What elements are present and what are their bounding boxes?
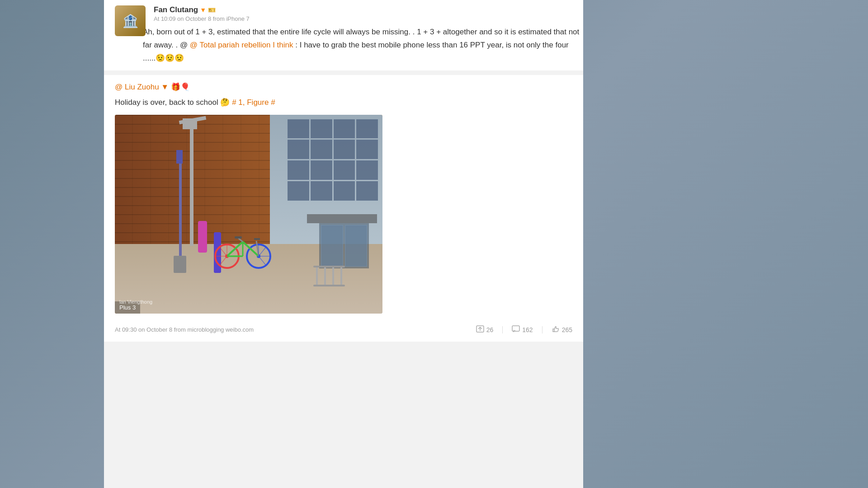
repost-count: 26 (486, 326, 494, 333)
post2-emoji: 🤔 (220, 98, 230, 107)
colored-frame-1 (198, 221, 207, 253)
door-right (345, 225, 367, 267)
post-time: At 10:09 on October 8 from iPhone 7 (154, 15, 250, 22)
post-2: @ Liu Zuohu ▼ 🎁🎈 Holiday is over, back t… (104, 75, 583, 342)
post-1: 🏦 Fan Clutang ▼ 🎫 At 10:09 on October 8 … (104, 0, 583, 70)
like-count: 265 (562, 326, 572, 333)
trash-can (174, 256, 186, 273)
post-image-wrap: Plus 3 lan Viengthong (104, 115, 583, 321)
entrance-doors (319, 223, 369, 268)
comment-action[interactable]: 162 (512, 325, 533, 334)
bike-rack (316, 266, 342, 286)
action-divider-1 (502, 326, 503, 333)
comment-icon (512, 325, 520, 334)
post-2-footer: At 09:30 on October 8 from microblogging… (104, 321, 583, 342)
mention-badge: ▼ 🎁🎈 (161, 83, 190, 91)
door-left (321, 225, 343, 267)
post-1-text: Ah, born out of 1 + 3, estimated that th… (143, 26, 583, 65)
like-icon (552, 325, 560, 334)
left-pole (179, 151, 182, 259)
post-2-actions: 26 162 (476, 325, 572, 334)
content-panel: 🏦 Fan Clutang ▼ 🎫 At 10:09 on October 8 … (104, 0, 583, 488)
svg-line-14 (219, 247, 227, 256)
post-1-header: 🏦 Fan Clutang ▼ 🎫 At 10:09 on October 8 … (104, 0, 583, 22)
avatar-image: 🏦 (115, 5, 146, 36)
window-grid (288, 119, 378, 201)
username[interactable]: Fan Clutang ▼ 🎫 (154, 5, 250, 14)
svg-line-15 (219, 256, 227, 266)
avatar[interactable]: 🏦 (115, 5, 146, 36)
entrance-canopy (307, 214, 377, 223)
mention-at[interactable]: @ Liu Zuohu ▼ 🎁🎈 (115, 82, 190, 92)
repost-action[interactable]: 26 (476, 325, 494, 334)
mention-user: @ Liu Zuohu (115, 83, 159, 91)
svg-line-8 (238, 238, 243, 242)
post2-text-main: Holiday is over, back to school (115, 98, 218, 107)
svg-rect-9 (235, 236, 242, 239)
like-action[interactable]: 265 (552, 325, 572, 334)
post-emoji: 😟😟😟 (156, 54, 184, 62)
username-badge: ▼ 🎫 (200, 6, 216, 14)
post-image[interactable]: Plus 3 lan Viengthong (115, 115, 382, 314)
username-text: Fan Clutang (154, 5, 198, 14)
image-watermark-name: lan Viengthong (115, 298, 157, 305)
post-2-text: Holiday is over, back to school 🤔 # 1, F… (104, 92, 583, 115)
lamp-post (190, 119, 193, 246)
mention-link[interactable]: @ Total pariah rebellion I think (190, 41, 293, 49)
comment-count: 162 (522, 326, 533, 333)
post-2-time: At 09:30 on October 8 from microblogging… (115, 326, 465, 333)
svg-rect-22 (512, 326, 519, 331)
mention-orange-text: Total pariah rebellion I think (200, 41, 293, 49)
post2-hashtag[interactable]: # 1, Figure # (232, 98, 275, 107)
pole-top (176, 150, 183, 164)
post-2-header: @ Liu Zuohu ▼ 🎁🎈 (104, 75, 583, 92)
svg-line-18 (259, 247, 266, 256)
post-separator (104, 70, 583, 75)
repost-icon (476, 325, 484, 334)
action-divider-2 (542, 326, 542, 333)
rainbow-bike (211, 228, 274, 271)
svg-line-19 (259, 256, 266, 266)
page-background: 🏦 Fan Clutang ▼ 🎫 At 10:09 on October 8 … (0, 0, 868, 488)
post-meta: Fan Clutang ▼ 🎫 At 10:09 on October 8 fr… (154, 5, 250, 22)
